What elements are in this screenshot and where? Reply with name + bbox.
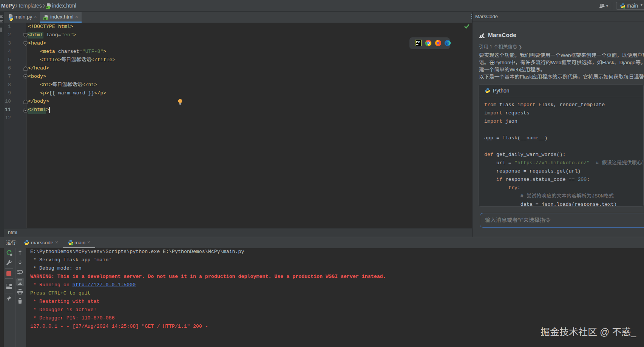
- svg-text:H: H: [44, 17, 46, 20]
- svg-text:PC: PC: [416, 40, 420, 44]
- svg-text:H: H: [46, 6, 48, 9]
